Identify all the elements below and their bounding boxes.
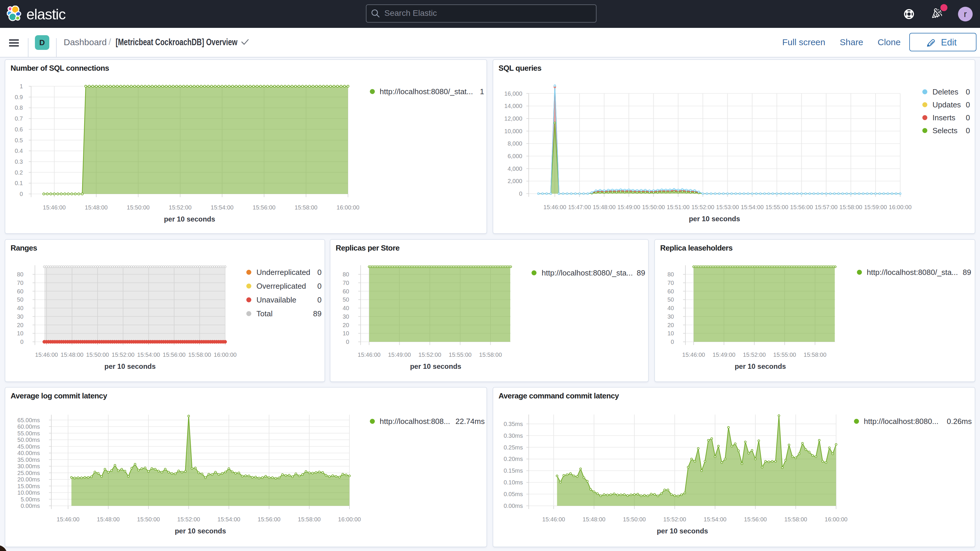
- svg-text:15:52:00: 15:52:00: [743, 352, 766, 358]
- svg-text:20: 20: [17, 322, 24, 328]
- svg-text:20: 20: [668, 322, 674, 328]
- svg-text:0: 0: [519, 190, 522, 197]
- svg-text:15:54:00: 15:54:00: [211, 204, 234, 211]
- svg-text:60: 60: [668, 288, 674, 295]
- svg-text:15:52:00: 15:52:00: [663, 516, 686, 522]
- svg-text:Total: Total: [256, 309, 272, 318]
- svg-text:per 10 seconds: per 10 seconds: [657, 527, 708, 535]
- svg-text:15:53:00: 15:53:00: [716, 204, 739, 210]
- svg-text:0.2: 0.2: [15, 169, 23, 176]
- svg-text:15:46:00: 15:46:00: [542, 516, 565, 522]
- svg-text:http://localhost:808...: http://localhost:808...: [380, 417, 450, 426]
- svg-text:http://localhost:8080/_stat...: http://localhost:8080/_stat...: [380, 87, 473, 96]
- svg-text:15:58:00: 15:58:00: [803, 352, 827, 358]
- svg-text:15:58:00: 15:58:00: [784, 516, 807, 522]
- svg-text:15:46:00: 15:46:00: [57, 516, 80, 522]
- svg-text:50.00ms: 50.00ms: [18, 436, 40, 443]
- svg-text:20.00ms: 20.00ms: [18, 476, 40, 483]
- svg-text:12,000: 12,000: [504, 115, 522, 122]
- svg-text:1: 1: [480, 87, 484, 96]
- svg-text:80: 80: [17, 271, 24, 277]
- svg-text:16,000: 16,000: [504, 90, 522, 97]
- svg-text:10: 10: [668, 330, 674, 336]
- svg-text:0.00ms: 0.00ms: [503, 503, 523, 509]
- svg-text:15:50:00: 15:50:00: [137, 516, 160, 522]
- svg-text:15:56:00: 15:56:00: [744, 516, 767, 522]
- svg-text:Selects: Selects: [932, 126, 958, 135]
- svg-text:0: 0: [966, 100, 970, 109]
- svg-text:89: 89: [963, 268, 971, 277]
- svg-text:15:48:00: 15:48:00: [85, 204, 108, 211]
- svg-text:15:59:00: 15:59:00: [864, 204, 887, 210]
- svg-text:0.3: 0.3: [15, 158, 23, 165]
- svg-text:0.7: 0.7: [15, 115, 23, 122]
- svg-text:per 10 seconds: per 10 seconds: [105, 362, 156, 370]
- svg-text:40: 40: [17, 305, 24, 311]
- svg-text:16:00:00: 16:00:00: [337, 204, 360, 211]
- svg-text:70: 70: [343, 280, 349, 286]
- svg-text:Updates: Updates: [932, 100, 961, 109]
- svg-text:15:56:00: 15:56:00: [258, 516, 280, 522]
- svg-text:22.74ms: 22.74ms: [455, 417, 485, 426]
- svg-text:15:54:00: 15:54:00: [703, 516, 727, 522]
- svg-text:Overreplicated: Overreplicated: [256, 282, 306, 290]
- svg-text:15:58:00: 15:58:00: [298, 516, 321, 522]
- svg-text:15:50:00: 15:50:00: [86, 352, 109, 358]
- svg-text:15:49:00: 15:49:00: [617, 204, 640, 210]
- svg-text:30: 30: [668, 313, 674, 320]
- svg-text:50: 50: [343, 296, 349, 303]
- svg-text:0: 0: [966, 126, 970, 135]
- svg-text:per 10 seconds: per 10 seconds: [410, 362, 461, 370]
- svg-text:0: 0: [671, 339, 674, 345]
- svg-text:10: 10: [17, 330, 24, 336]
- svg-text:15:46:00: 15:46:00: [682, 352, 705, 358]
- svg-text:0.10ms: 0.10ms: [503, 479, 523, 486]
- svg-text:15:54:00: 15:54:00: [741, 204, 764, 210]
- svg-text:15:55:00: 15:55:00: [765, 204, 788, 210]
- svg-text:60: 60: [343, 288, 349, 295]
- svg-text:0.1: 0.1: [15, 180, 23, 186]
- svg-text:15:58:00: 15:58:00: [294, 204, 318, 211]
- svg-text:15:58:00: 15:58:00: [840, 204, 862, 210]
- svg-text:65.00ms: 65.00ms: [18, 417, 40, 424]
- svg-text:15:48:00: 15:48:00: [97, 516, 120, 522]
- svg-text:15:46:00: 15:46:00: [43, 204, 66, 211]
- svg-text:20: 20: [343, 322, 349, 328]
- svg-text:Inserts: Inserts: [932, 113, 955, 122]
- svg-text:15.00ms: 15.00ms: [18, 483, 40, 489]
- svg-text:40.00ms: 40.00ms: [18, 450, 40, 456]
- svg-text:0.26ms: 0.26ms: [947, 417, 972, 426]
- svg-text:50: 50: [668, 296, 674, 303]
- svg-text:0: 0: [966, 113, 970, 122]
- svg-text:16:00:00: 16:00:00: [825, 516, 848, 522]
- svg-text:per 10 seconds: per 10 seconds: [175, 527, 226, 535]
- svg-text:60: 60: [17, 288, 24, 295]
- svg-text:0: 0: [318, 268, 321, 277]
- svg-text:15:46:00: 15:46:00: [543, 204, 566, 210]
- svg-text:http://localhost:8080/_sta...: http://localhost:8080/_sta...: [542, 268, 633, 277]
- svg-text:16:00:00: 16:00:00: [338, 516, 361, 522]
- svg-text:15:50:00: 15:50:00: [642, 204, 665, 210]
- svg-text:80: 80: [343, 271, 349, 277]
- svg-text:0.15ms: 0.15ms: [503, 467, 523, 474]
- svg-text:per 10 seconds: per 10 seconds: [689, 215, 740, 223]
- svg-text:per 10 seconds: per 10 seconds: [164, 215, 215, 223]
- svg-text:0: 0: [966, 88, 970, 96]
- svg-text:15:49:00: 15:49:00: [388, 352, 411, 358]
- svg-text:15:52:00: 15:52:00: [418, 352, 441, 358]
- svg-text:15:52:00: 15:52:00: [169, 204, 192, 211]
- svg-text:2,000: 2,000: [508, 178, 522, 184]
- svg-text:70: 70: [17, 280, 24, 286]
- svg-text:Unavailable: Unavailable: [256, 295, 296, 304]
- svg-text:per 10 seconds: per 10 seconds: [735, 362, 786, 370]
- svg-text:15:56:00: 15:56:00: [253, 204, 275, 211]
- svg-text:0: 0: [20, 339, 24, 345]
- svg-text:15:48:00: 15:48:00: [593, 204, 616, 210]
- svg-text:0.25ms: 0.25ms: [503, 444, 523, 451]
- svg-text:14,000: 14,000: [504, 103, 522, 109]
- svg-text:0.30ms: 0.30ms: [503, 433, 523, 439]
- svg-text:0.20ms: 0.20ms: [503, 455, 523, 462]
- svg-text:Deletes: Deletes: [932, 88, 958, 96]
- svg-text:15:55:00: 15:55:00: [773, 352, 796, 358]
- svg-text:0.6: 0.6: [15, 126, 23, 133]
